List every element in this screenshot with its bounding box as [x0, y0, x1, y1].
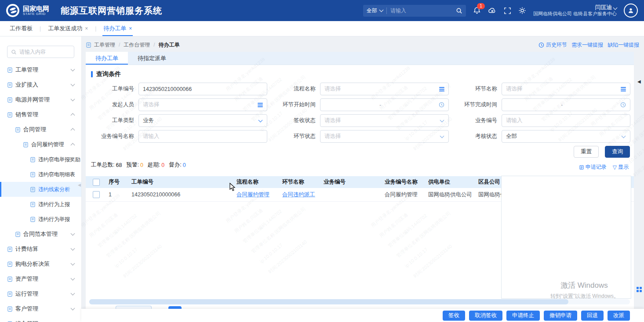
order-type-select[interactable]: 业务 [138, 114, 267, 127]
sidebar-search-placeholder: 请输入内容 [19, 48, 46, 56]
sidebar-item-contract-template[interactable]: 合同范本管理 [0, 227, 81, 242]
fullscreen-scan-icon[interactable] [504, 7, 511, 14]
sidebar-collapse-handle-icon[interactable]: ◀ [78, 183, 81, 187]
cell-biz-name: 合同履约管理 [385, 191, 428, 199]
step-finish-time-range[interactable]: - [502, 98, 630, 111]
sidebar-item-label: 计费结算 [15, 245, 38, 253]
field-label: 流程名称 [267, 85, 320, 93]
sidebar-item-violation-clue-analysis[interactable]: 违约线索分析 [0, 182, 81, 197]
global-search[interactable]: 全部 请输入 [363, 5, 466, 17]
sidebar-item-business-expansion[interactable]: 业扩接入 [0, 77, 81, 92]
sidebar-item-violation-report-reward[interactable]: 违约窃电举报奖励 [0, 152, 81, 167]
stat-supervise-value: 0 [183, 162, 186, 168]
initiator-picker[interactable]: 请选择 [138, 98, 267, 111]
process-link[interactable]: 合同履约管理 [236, 192, 269, 198]
brand: 国家电网 STATE GRID 能源互联网营销服务系统 [0, 4, 162, 17]
search-scope-select[interactable]: 全部 [367, 7, 383, 14]
history-steps-link[interactable]: 历史环节 [538, 41, 567, 49]
sidebar-item-power-purchase-analysis[interactable]: 购电分析决策 [0, 257, 81, 271]
record-icon [579, 165, 584, 170]
demand-report-link[interactable]: 需求一键提报 [571, 41, 603, 49]
sidebar-item-sales-management[interactable]: 销售管理 [0, 107, 81, 122]
process-name-picker[interactable]: 请选择 [320, 83, 449, 95]
revoke-apply-button[interactable]: 撤销申请 [544, 311, 577, 321]
step-name-picker[interactable]: 请选择 [502, 83, 630, 95]
search-input[interactable]: 请输入 [390, 7, 456, 14]
tab-todo[interactable]: 待办工单 [86, 52, 128, 65]
field-order-type: 工单类型 业务 [86, 114, 267, 127]
step-start-time-range[interactable]: - [320, 98, 449, 111]
close-icon[interactable]: × [129, 25, 132, 32]
search-icon[interactable] [456, 7, 462, 14]
biz-no-input[interactable]: 请输入 [502, 114, 630, 127]
sidebar-item-violation-detail-table[interactable]: 违约窃电明细表 [0, 167, 81, 182]
sidebar-item-label: 违约窃电举报奖励 [38, 156, 80, 163]
tab-to-assign[interactable]: 待指定派单 [128, 52, 176, 65]
sign-status-select[interactable]: 请选择 [320, 114, 449, 127]
cloud-icon[interactable] [488, 7, 497, 14]
field-value: 全部 [506, 133, 619, 140]
query-section-title: 查询条件 [91, 70, 634, 78]
avatar[interactable] [624, 4, 638, 18]
sidebar-item-label: 业扩接入 [15, 81, 38, 89]
apply-terminate-button[interactable]: 申请终止 [506, 311, 540, 321]
field-value: 业务 [143, 117, 256, 124]
sidebar: 请输入内容 工单管理 业扩接入 电源并网管理 销售管理 合同管理 合同履约管理 … [0, 36, 82, 322]
horizontal-scrollbar[interactable] [89, 299, 630, 304]
clock-icon [538, 42, 544, 48]
notification-bell-icon[interactable]: 1 [473, 7, 481, 14]
defect-report-link[interactable]: 缺陷一键提报 [608, 41, 639, 49]
panel-collapse-icon[interactable]: ◀ [637, 79, 641, 84]
row-checkbox[interactable] [93, 191, 100, 198]
widget-grid-icon[interactable] [637, 287, 642, 293]
chevron-down-icon [440, 134, 444, 138]
scrollbar-thumb[interactable] [89, 299, 568, 304]
step-status-select[interactable]: 请选择 [320, 130, 449, 143]
sidebar-item-violation-behavior-tipoff[interactable]: 违约行为举报 [0, 212, 81, 227]
sidebar-item-work-order-management[interactable]: 工单管理 [0, 62, 81, 77]
tab-work-dashboard[interactable]: 工作看板 [7, 21, 35, 36]
sidebar-item-comprehensive-management[interactable]: 综合管理 [0, 316, 81, 322]
field-placeholder: 请选择 [324, 85, 437, 93]
display-toggle-link[interactable]: ▽ 显示 [613, 163, 629, 171]
select-all-checkbox[interactable] [93, 179, 100, 186]
rollback-button[interactable]: 回退 [581, 311, 604, 321]
sidebar-item-contract-management[interactable]: 合同管理 [0, 122, 81, 137]
breadcrumb-row: 工单管理 / 工作台管理 / 待办工单 历史环节 需求一键提报 缺陷一键提报 [86, 40, 642, 50]
reset-button[interactable]: 重置 [574, 146, 599, 158]
gear-icon[interactable] [518, 7, 526, 14]
sidebar-item-customer-management[interactable]: 客户管理 [0, 301, 81, 316]
tab-todo-orders[interactable]: 待办工单× [101, 21, 135, 36]
sidebar-item-label: 合同管理 [23, 126, 46, 134]
sidebar-item-violation-behavior-report[interactable]: 违约行为上报 [0, 197, 81, 212]
sidebar-item-asset-management[interactable]: 资产管理 [0, 271, 81, 286]
user-info[interactable]: 闫匡迪 国网临猗供电公司 临猗县客户服务中心 [533, 4, 617, 17]
close-icon[interactable]: × [85, 25, 88, 32]
sidebar-item-contract-performance[interactable]: 合同履约管理 [0, 137, 81, 152]
sidebar-item-operation-management[interactable]: 运行管理 [0, 286, 81, 301]
record-links: 申请记录 ▽ 显示 [86, 163, 634, 171]
step-link[interactable]: 合同违约派工 [282, 192, 315, 198]
tab-order-sent[interactable]: 工单发送成功× [45, 21, 91, 36]
sidebar-item-label: 客户管理 [15, 305, 38, 313]
breadcrumb-item[interactable]: 工作台管理 [124, 41, 150, 49]
sign-button[interactable]: 签收 [443, 311, 465, 321]
sidebar-item-power-grid-connection[interactable]: 电源并网管理 [0, 92, 81, 107]
brand-name-cn: 国家电网 [23, 5, 49, 12]
apply-record-link[interactable]: 申请记录 [579, 163, 607, 171]
order-no-input[interactable]: 1423050210000066 [138, 83, 267, 95]
sidebar-item-label: 违约线索分析 [38, 186, 70, 193]
search-button[interactable]: 查询 [605, 146, 630, 158]
stat-warn-value: 0 [140, 162, 143, 168]
reassign-button[interactable]: 改派 [608, 311, 630, 321]
biz-no-name-input[interactable]: 请输入 [138, 130, 267, 143]
doc-icon [7, 261, 13, 267]
sidebar-item-billing-settlement[interactable]: 计费结算 [0, 242, 81, 257]
search-icon [11, 49, 17, 55]
doc-icon [30, 217, 36, 222]
breadcrumb-item[interactable]: 工单管理 [94, 41, 115, 49]
col-order-no: 工单编号 [131, 178, 236, 186]
assess-status-select[interactable]: 全部 [502, 130, 630, 143]
sidebar-search-input[interactable]: 请输入内容 [7, 46, 74, 58]
cancel-sign-button[interactable]: 取消签收 [469, 311, 502, 321]
